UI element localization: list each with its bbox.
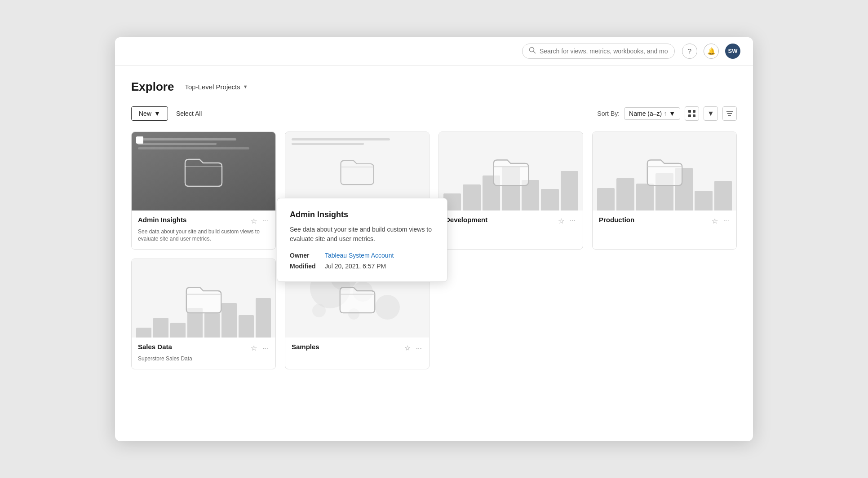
card-name-admin-insights: Admin Insights: [138, 216, 186, 224]
star-button-production[interactable]: ☆: [711, 216, 719, 226]
user-avatar[interactable]: SW: [725, 44, 740, 59]
card-actions-admin-insights: ☆ ···: [250, 216, 269, 226]
breadcrumb-dropdown[interactable]: Top-Level Projects ▼: [181, 81, 251, 92]
card-thumbnail-sales-data: [132, 259, 275, 338]
card-sales-data[interactable]: Sales Data ☆ ··· Superstore Sales Data: [131, 259, 276, 369]
page-title-row: Explore Top-Level Projects ▼: [131, 80, 737, 94]
sort-dropdown[interactable]: Name (a–z) ↑ ▼: [624, 107, 680, 120]
card-development[interactable]: Development ☆ ···: [438, 132, 583, 250]
card-footer-samples: Samples ☆ ···: [285, 338, 429, 361]
svg-rect-2: [688, 110, 691, 113]
more-button-admin-insights[interactable]: ···: [261, 216, 269, 226]
toolbar-right: Sort By: Name (a–z) ↑ ▼ ▼: [597, 106, 737, 121]
card-footer-sales-data: Sales Data ☆ ··· Superstore Sales Data: [132, 338, 275, 369]
card-desc-sales-data: Superstore Sales Data: [138, 355, 269, 363]
tooltip-modified-label: Modified: [290, 263, 321, 270]
filter-button[interactable]: [722, 106, 737, 121]
sort-label: Sort By:: [597, 110, 620, 117]
help-button[interactable]: ?: [682, 44, 697, 59]
header-actions: ? 🔔 SW: [682, 44, 740, 59]
card-thumbnail-production: [593, 132, 736, 210]
toolbar: New ▼ Select All Sort By: Name (a–z) ↑ ▼: [131, 106, 737, 121]
card-name-samples: Samples: [292, 343, 319, 351]
sort-chevron-icon: ▼: [669, 110, 675, 117]
star-button-samples[interactable]: ☆: [403, 343, 412, 353]
new-button-chevron: ▼: [154, 110, 160, 117]
card-actions-development: ☆ ···: [557, 216, 576, 226]
chevron-down-icon: ▼: [707, 110, 714, 118]
card-production[interactable]: Production ☆ ···: [592, 132, 737, 250]
folder-icon: [646, 156, 684, 186]
card-footer-admin-insights: Admin Insights ☆ ··· See data about your…: [132, 210, 275, 250]
tooltip-popup: Admin Insights See data about your site …: [277, 198, 447, 282]
folder-icon: [338, 283, 376, 314]
search-input[interactable]: [540, 48, 668, 55]
svg-rect-3: [693, 110, 695, 113]
tooltip-meta: Owner Tableau System Account Modified Ju…: [290, 252, 434, 270]
tooltip-modified-value: Jul 20, 2021, 6:57 PM: [325, 263, 386, 270]
new-button[interactable]: New ▼: [131, 106, 168, 121]
star-button-sales-data[interactable]: ☆: [250, 343, 258, 353]
card-actions-sales-data: ☆ ···: [250, 343, 269, 353]
more-button-production[interactable]: ···: [722, 216, 730, 226]
main-content: Explore Top-Level Projects ▼ New ▼ Selec…: [115, 66, 753, 441]
app-window: ? 🔔 SW Explore Top-Level Projects ▼ New …: [115, 37, 753, 441]
card-desc-admin-insights: See data about your site and build custo…: [138, 228, 269, 243]
card-name-sales-data: Sales Data: [138, 343, 172, 351]
folder-icon: [185, 283, 223, 314]
tooltip-description: See data about your site and build custo…: [290, 225, 434, 244]
view-options-toggle[interactable]: ▼: [704, 106, 718, 121]
card-footer-production: Production ☆ ···: [593, 210, 736, 234]
tooltip-owner-label: Owner: [290, 252, 321, 259]
more-button-development[interactable]: ···: [569, 216, 576, 226]
new-button-label: New: [139, 110, 151, 117]
more-button-sales-data[interactable]: ···: [261, 343, 269, 353]
toolbar-left: New ▼ Select All: [131, 106, 202, 121]
select-all-button[interactable]: Select All: [176, 110, 202, 117]
page-title: Explore: [131, 80, 174, 94]
svg-line-1: [534, 51, 536, 53]
card-admin-insights[interactable]: Admin Insights ☆ ··· See data about your…: [131, 132, 276, 250]
folder-icon: [339, 157, 375, 185]
tooltip-owner-row: Owner Tableau System Account: [290, 252, 434, 259]
tooltip-owner-link[interactable]: Tableau System Account: [325, 252, 394, 259]
svg-rect-4: [688, 114, 691, 117]
search-bar[interactable]: [522, 44, 675, 59]
card-name-production: Production: [599, 216, 634, 224]
card-footer-development: Development ☆ ···: [439, 210, 583, 234]
svg-rect-5: [693, 114, 695, 117]
header: ? 🔔 SW: [115, 37, 753, 66]
search-icon: [529, 47, 536, 56]
card-thumbnail-admin-insights: [132, 132, 275, 210]
more-button-samples[interactable]: ···: [415, 343, 423, 353]
card-name-development: Development: [445, 216, 487, 224]
breadcrumb-label: Top-Level Projects: [185, 83, 240, 91]
chevron-down-icon: ▼: [243, 84, 248, 89]
grid-view-toggle[interactable]: [685, 106, 699, 121]
folder-icon: [183, 155, 224, 187]
card-actions-samples: ☆ ···: [403, 343, 423, 353]
star-button-admin-insights[interactable]: ☆: [250, 216, 258, 226]
folder-icon: [492, 156, 530, 186]
card-actions-production: ☆ ···: [711, 216, 730, 226]
tooltip-title: Admin Insights: [290, 210, 434, 219]
notifications-button[interactable]: 🔔: [704, 44, 719, 59]
tooltip-modified-row: Modified Jul 20, 2021, 6:57 PM: [290, 263, 434, 270]
star-button-development[interactable]: ☆: [557, 216, 565, 226]
card-thumbnail-development: [439, 132, 583, 210]
sort-value: Name (a–z) ↑: [629, 110, 667, 117]
card-checkbox[interactable]: [136, 136, 143, 144]
